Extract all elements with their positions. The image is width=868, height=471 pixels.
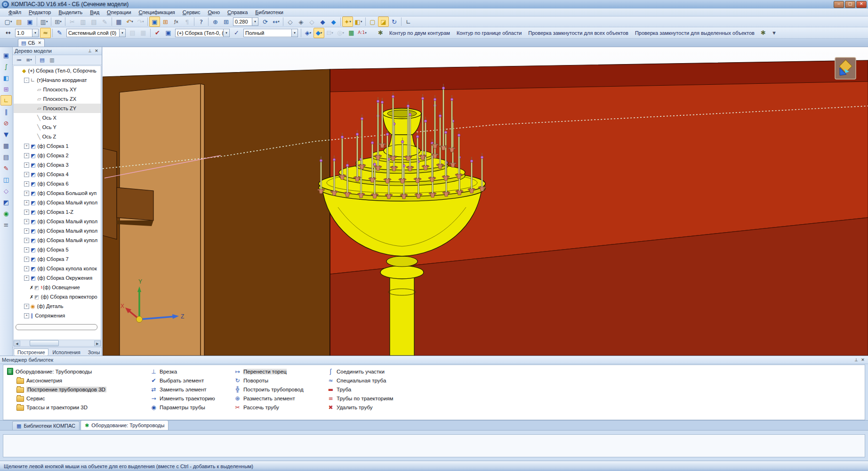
tree-hscrollbar[interactable]: ◀▶ xyxy=(14,340,101,346)
scroll-thumb[interactable] xyxy=(30,340,59,346)
zoom-scale-combo[interactable]: 0.280▾ xyxy=(233,17,258,26)
lib-routes-trajectories-3d[interactable]: Трассы и траектории 3D xyxy=(6,403,145,412)
variables[interactable]: ⊞ xyxy=(160,16,171,27)
menu-operations[interactable]: Операции xyxy=(103,9,135,16)
copy-properties[interactable]: ✎ xyxy=(99,16,110,27)
cut[interactable]: ✂ xyxy=(67,16,78,27)
check-closure-selected-objects[interactable]: Проверка замкнутости для выделенных объе… xyxy=(632,30,758,36)
tree-item-27[interactable]: +∥Сопряжения xyxy=(14,311,101,320)
panel-filters[interactable]: ▼ xyxy=(0,129,12,139)
tree-expander[interactable]: + xyxy=(24,144,29,149)
menu-libraries[interactable]: Библиотеки xyxy=(251,9,287,16)
tree-item-16[interactable]: +◩(ф) Сборка 1-Z xyxy=(14,207,101,217)
cmd-edit-trajectory[interactable]: →Изменить траекторию xyxy=(148,394,229,403)
save-document[interactable]: ▣ xyxy=(24,16,35,27)
tree-item-10[interactable]: +◩(ф) Сборка 2 xyxy=(14,151,101,160)
refresh-image[interactable]: ⟳ xyxy=(260,16,271,27)
layer-settings[interactable]: ▤ xyxy=(127,28,138,38)
layer-groups[interactable]: ▦ xyxy=(138,28,149,38)
zoom-in[interactable]: ⊕ xyxy=(210,16,221,27)
cmd-special-pipe[interactable]: ≈Специальная труба xyxy=(325,376,415,385)
rotate-model[interactable]: ↻ xyxy=(389,16,400,27)
lib-service[interactable]: Сервис xyxy=(6,394,145,403)
contour-gear-right[interactable]: ✱ xyxy=(758,28,769,38)
paste[interactable]: ▤ xyxy=(88,16,99,27)
tree-filter[interactable]: ✓ xyxy=(231,28,242,38)
pin-icon[interactable]: ⊥ xyxy=(853,357,860,362)
tree-item-20[interactable]: +◩(ф) Сборка 5 xyxy=(14,245,101,254)
document-check[interactable]: ✔ xyxy=(152,28,163,38)
lib-pipeline-construction-3d[interactable]: Построение трубопроводов 3D xyxy=(6,385,145,394)
panel-design-elements[interactable]: ✎ xyxy=(0,163,12,173)
panel-measure-3d[interactable]: ⊘ xyxy=(0,118,12,128)
clip-area[interactable]: ◎▾ xyxy=(335,28,346,38)
tree-report-button[interactable]: ▤ xyxy=(37,56,47,65)
open-document[interactable]: ▤ xyxy=(14,16,24,27)
print[interactable]: ▥▾ xyxy=(39,16,49,27)
tree-expander[interactable]: + xyxy=(24,304,29,309)
tree-item-3[interactable]: ▱Плоскость XY xyxy=(14,85,101,94)
show-all-document[interactable]: ▣ xyxy=(149,16,160,27)
tab-kompas-libraries[interactable]: ▦Библиотеки КОМПАС xyxy=(12,421,80,430)
tab-versions[interactable]: Исполнения xyxy=(48,349,84,356)
menu-help[interactable]: Справка xyxy=(224,9,251,16)
tree-item-6[interactable]: ╲Ось X xyxy=(14,113,101,122)
cmd-build-pipeline[interactable]: ╬Построить трубопровод xyxy=(232,385,322,394)
tree-expander[interactable]: + xyxy=(24,200,29,205)
display-shaded-edges[interactable]: ◆ xyxy=(328,16,339,27)
panel-specification[interactable]: ▦ xyxy=(0,140,12,151)
maximize-button[interactable]: ▢ xyxy=(845,1,855,8)
quick-view-mode[interactable]: ◧▾ xyxy=(353,16,364,27)
panel-macro-elements[interactable]: ◉ xyxy=(0,208,12,219)
tree-item-26[interactable]: +◉(ф) Деталь xyxy=(14,301,101,311)
specification[interactable]: ▦ xyxy=(113,16,124,27)
panel-spatial-curves[interactable]: ∫ xyxy=(0,61,12,72)
rounding-snap[interactable]: ≈ xyxy=(40,28,51,38)
tree-expander[interactable]: + xyxy=(24,247,29,252)
save-view[interactable]: ▦ xyxy=(346,28,357,38)
move-step[interactable]: ↔ xyxy=(3,28,14,38)
close-button[interactable]: ✕ xyxy=(856,1,867,8)
contour-two-contours[interactable]: Контур по двум контурам xyxy=(386,30,453,36)
cmd-replace-element[interactable]: ⇄Заменить элемент xyxy=(148,385,229,394)
display-shaded[interactable]: ◆ xyxy=(317,16,328,27)
tree-expander[interactable]: + xyxy=(24,153,29,158)
rebuild-document[interactable]: ▣ xyxy=(163,28,174,38)
menu-view[interactable]: Вид xyxy=(86,9,103,16)
panel-components[interactable]: ◩ xyxy=(0,197,12,207)
cmd-select-element[interactable]: ✔Выбрать элемент xyxy=(148,376,229,385)
step-combo[interactable]: 1.0▾ xyxy=(15,29,39,37)
panel-properties[interactable]: ≡ xyxy=(0,219,12,230)
new-document[interactable]: ▢▾ xyxy=(3,16,14,27)
redo[interactable]: ↷▾ xyxy=(135,16,146,27)
lib-root-equipment-pipelines[interactable]: Оборудование: Трубопроводы xyxy=(6,367,145,376)
tree-expander[interactable]: + xyxy=(24,313,29,318)
tree-item-12[interactable]: +◩(ф) Сборка 4 xyxy=(14,170,101,179)
tab-equipment-pipelines[interactable]: ✱Оборудование: Трубопроводы xyxy=(80,420,169,430)
component-combo-dropdown[interactable]: ▾ xyxy=(223,29,229,37)
lib-axonometry[interactable]: Аксонометрия xyxy=(6,376,145,385)
cmd-move-end-face[interactable]: ↦Перенести торец xyxy=(232,367,322,376)
panel-auxiliary-geometry[interactable]: ∟ xyxy=(0,95,12,106)
context-help[interactable]: ? xyxy=(196,16,207,27)
functions[interactable]: ƒx xyxy=(171,16,182,27)
cmd-pipes-by-trajectories[interactable]: ≡Трубы по траекториям xyxy=(325,394,415,403)
tree-expander[interactable]: + xyxy=(24,238,29,243)
close-icon[interactable]: ✕ xyxy=(860,357,866,362)
zoom-by-area[interactable]: ⊞ xyxy=(221,16,232,27)
detail-level-combo-dropdown[interactable]: ▾ xyxy=(291,29,297,37)
tree-expander[interactable]: + xyxy=(24,210,29,215)
tree-item-18[interactable]: +◩(ф) Сборка Малый купол xyxy=(14,226,101,236)
pin-icon[interactable]: ⊥ xyxy=(87,49,93,53)
cmd-pipe-params[interactable]: ◉Параметры трубы xyxy=(148,403,229,412)
tree-item-13[interactable]: +◩(ф) Сборка 6 xyxy=(14,179,101,188)
panel-mates[interactable]: ∥ xyxy=(0,106,12,117)
layer-combo-dropdown[interactable]: ▾ xyxy=(119,29,125,37)
tree-expander[interactable]: + xyxy=(24,276,29,281)
component-combo[interactable]: (+) Сборка (Тел-0, (▾ xyxy=(175,29,230,37)
menu-service[interactable]: Сервис xyxy=(179,9,204,16)
zoom-scale-combo-dropdown[interactable]: ▾ xyxy=(252,18,258,25)
pan[interactable]: ↔▾ xyxy=(271,16,281,27)
tree-display-options-button[interactable]: ≡▾ xyxy=(24,56,34,65)
document-tab-close-icon[interactable]: ✕ xyxy=(37,41,42,45)
